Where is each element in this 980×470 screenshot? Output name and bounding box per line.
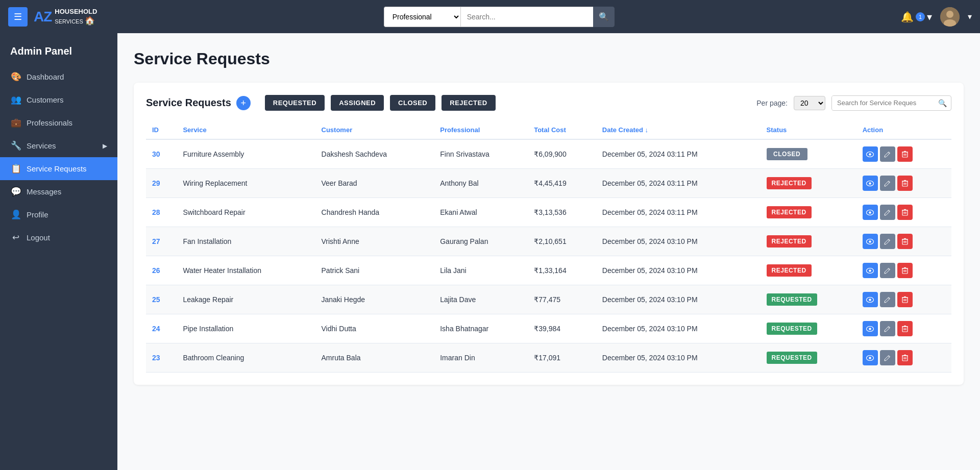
search-button[interactable]: 🔍 [593, 7, 615, 27]
table-row: 25 Leakage Repair Janaki Hegde Lajita Da… [146, 285, 951, 314]
delete-button[interactable] [897, 176, 913, 191]
edit-button[interactable] [880, 350, 895, 365]
view-button[interactable] [863, 205, 878, 220]
search-input[interactable] [460, 7, 593, 27]
row-id-link[interactable]: 24 [152, 325, 160, 333]
row-id-link[interactable]: 28 [152, 208, 160, 216]
delete-button[interactable] [897, 234, 913, 249]
logo-home-icon: 🏠 [85, 16, 95, 25]
cell-status: REJECTED [761, 227, 856, 256]
cell-customer: Amruta Bala [315, 343, 434, 373]
sidebar-item-messages[interactable]: 💬 Messages [0, 180, 117, 203]
sidebar-item-service-requests[interactable]: 📋 Service Requests [0, 157, 117, 180]
table-row: 27 Fan Installation Vrishti Anne Gaurang… [146, 227, 951, 256]
navbar-right: 🔔 1 ▾ ▾ [901, 7, 972, 27]
sidebar-item-dashboard[interactable]: 🎨 Dashboard [0, 65, 117, 88]
edit-button[interactable] [880, 234, 895, 249]
logo-household: HOUSEHOLD [55, 8, 97, 16]
view-button[interactable] [863, 321, 878, 336]
trash-icon [902, 209, 908, 216]
add-request-button[interactable]: + [236, 96, 251, 110]
col-id: ID [146, 121, 177, 139]
delete-button[interactable] [897, 146, 913, 162]
sidebar-item-profile[interactable]: 👤 Profile [0, 203, 117, 226]
view-button[interactable] [863, 176, 878, 191]
filter-btn-rejected[interactable]: REJECTED [442, 95, 495, 111]
edit-icon [884, 151, 891, 158]
user-avatar[interactable] [940, 7, 960, 27]
cell-action [856, 227, 951, 256]
service-requests-icon: 📋 [10, 163, 21, 174]
table-search-input[interactable] [832, 96, 934, 110]
table-controls: Service Requests + REQUESTED ASSIGNED CL… [146, 95, 951, 111]
sidebar-item-professionals[interactable]: 💼 Professionals [0, 111, 117, 134]
svg-point-52 [869, 328, 871, 330]
logo-area: AZ HOUSEHOLD SERVICES 🏠 [34, 8, 97, 26]
cell-total-cost: ₹1,33,164 [528, 256, 596, 285]
svg-point-44 [869, 299, 871, 301]
row-id-link[interactable]: 29 [152, 179, 160, 187]
eye-icon [866, 268, 874, 274]
view-button[interactable] [863, 234, 878, 249]
logo-az: AZ [34, 9, 52, 25]
svg-point-1 [946, 11, 953, 18]
filter-btn-closed[interactable]: CLOSED [390, 95, 435, 111]
sidebar-item-services[interactable]: 🔧 Services ▶ [0, 134, 117, 157]
search-category-select[interactable]: Professional [384, 7, 460, 27]
delete-button[interactable] [897, 321, 913, 336]
table-row: 23 Bathroom Cleaning Amruta Bala Imaran … [146, 343, 951, 373]
cell-service: Pipe Installation [177, 314, 315, 343]
profile-icon: 👤 [10, 209, 21, 220]
hamburger-button[interactable]: ☰ [8, 7, 28, 27]
edit-button[interactable] [880, 176, 895, 191]
status-badge: REJECTED [767, 177, 812, 189]
trash-icon [902, 325, 908, 332]
sidebar-item-logout[interactable]: ↩ Logout [0, 226, 117, 249]
edit-button[interactable] [880, 292, 895, 307]
action-buttons [863, 263, 945, 278]
row-id-link[interactable]: 26 [152, 266, 160, 275]
main-content: Service Requests Service Requests + REQU… [117, 33, 980, 470]
notification-area[interactable]: 🔔 1 ▾ [901, 11, 932, 23]
view-button[interactable] [863, 292, 878, 307]
sidebar-item-customers[interactable]: 👥 Customers [0, 88, 117, 111]
cell-status: REJECTED [761, 198, 856, 227]
edit-button[interactable] [880, 146, 895, 162]
per-page-select[interactable]: 20 10 50 100 [794, 96, 825, 110]
delete-button[interactable] [897, 205, 913, 220]
trash-icon [902, 151, 908, 158]
table-row: 26 Water Heater Installation Patrick San… [146, 256, 951, 285]
svg-point-28 [869, 240, 871, 242]
cell-status: REQUESTED [761, 314, 856, 343]
cell-service: Wiring Replacement [177, 169, 315, 198]
table-search-icon[interactable]: 🔍 [934, 96, 951, 110]
row-id-link[interactable]: 27 [152, 237, 160, 245]
delete-button[interactable] [897, 263, 913, 278]
cell-total-cost: ₹2,10,651 [528, 227, 596, 256]
cell-date-created: December 05, 2024 03:10 PM [596, 256, 761, 285]
cell-status: CLOSED [761, 139, 856, 169]
action-buttons [863, 234, 945, 249]
filter-btn-requested[interactable]: REQUESTED [265, 95, 325, 111]
view-button[interactable] [863, 146, 878, 162]
cell-customer: Chandresh Handa [315, 198, 434, 227]
col-date-created: Date Created ↓ [596, 121, 761, 139]
edit-button[interactable] [880, 321, 895, 336]
edit-button[interactable] [880, 263, 895, 278]
filter-btn-assigned[interactable]: ASSIGNED [331, 95, 384, 111]
delete-button[interactable] [897, 350, 913, 365]
row-id-link[interactable]: 25 [152, 295, 160, 304]
view-button[interactable] [863, 350, 878, 365]
edit-button[interactable] [880, 205, 895, 220]
row-id-link[interactable]: 23 [152, 354, 160, 362]
delete-button[interactable] [897, 292, 913, 307]
row-id-link[interactable]: 30 [152, 150, 160, 158]
view-button[interactable] [863, 263, 878, 278]
navbar: ☰ AZ HOUSEHOLD SERVICES 🏠 Professional 🔍 [0, 0, 980, 33]
services-icon: 🔧 [10, 140, 21, 151]
cell-service: Fan Installation [177, 227, 315, 256]
eye-icon [866, 355, 874, 361]
user-chevron-icon[interactable]: ▾ [968, 12, 972, 21]
svg-point-20 [869, 211, 871, 213]
svg-point-60 [869, 357, 871, 359]
